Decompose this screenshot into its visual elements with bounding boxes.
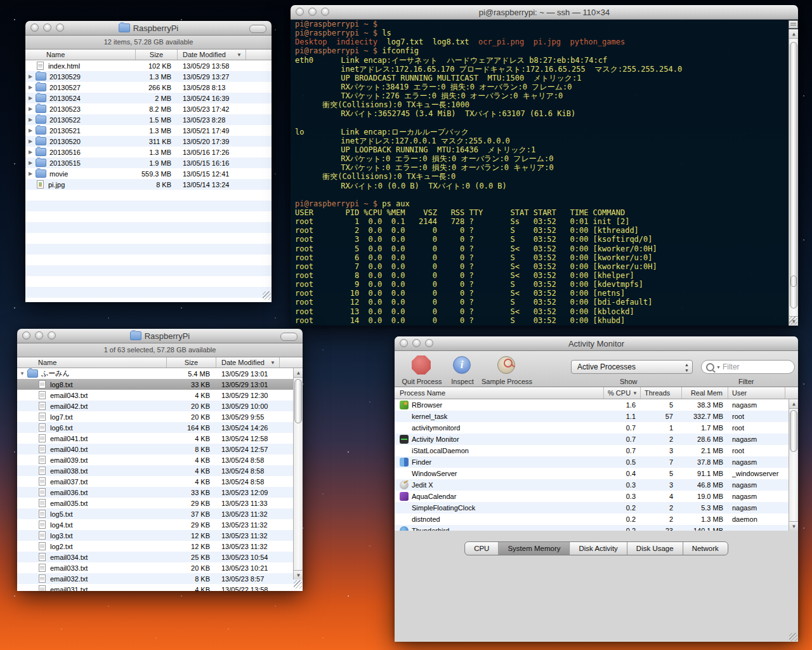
scroll-down-button[interactable]: ▼: [294, 570, 303, 580]
column-header-date-modified[interactable]: Date Modified▼: [216, 357, 280, 368]
disclosure-triangle-icon[interactable]: ▶: [25, 138, 36, 144]
resize-grip[interactable]: [294, 580, 302, 588]
list-item[interactable]: ▶201305161.3 MB13/05/16 17:26: [25, 147, 272, 157]
column-header-name[interactable]: Name: [17, 357, 167, 368]
process-row[interactable]: Jedit X0.3346.8 MBnagasm: [395, 479, 798, 491]
list-item[interactable]: ▶20130527266 KB13/05/28 8:13: [25, 82, 272, 93]
scrollback-marker[interactable]: [790, 275, 797, 287]
process-row[interactable]: RBrowser1.6538.3 MBnagasm: [395, 399, 798, 411]
list-item[interactable]: email038.txt4 KB13/05/24 8:58: [17, 465, 303, 476]
zoom-button[interactable]: [425, 339, 433, 347]
resize-grip[interactable]: [263, 291, 271, 300]
toolbar-toggle-pill[interactable]: [280, 333, 298, 341]
list-item[interactable]: email043.txt4 KB13/05/29 12:30: [17, 390, 303, 401]
list-item[interactable]: ▶201305238.2 MB13/05/23 17:42: [25, 103, 272, 114]
column-header-threads[interactable]: Threads: [641, 387, 682, 399]
close-button[interactable]: [296, 8, 304, 16]
column-header-size[interactable]: Size: [136, 50, 178, 60]
scroll-up-button[interactable]: ▲: [294, 368, 303, 378]
terminal-content[interactable]: pi@raspberrypi ~ $pi@raspberrypi ~ $ lsD…: [291, 20, 798, 326]
column-header-real-mem[interactable]: Real Mem: [682, 387, 728, 399]
minimize-button[interactable]: [35, 331, 43, 340]
tab-cpu[interactable]: CPU: [465, 542, 499, 555]
list-item[interactable]: ▶20130520311 KB13/05/20 17:39: [25, 136, 272, 147]
process-row[interactable]: kernel_task1.157332.7 MBroot: [395, 411, 798, 422]
list-item[interactable]: ▶201305211.3 MB13/05/21 17:49: [25, 125, 272, 136]
list-item[interactable]: email032.txt8 KB13/05/23 8:57: [17, 573, 303, 584]
disclosure-triangle-icon[interactable]: ▶: [25, 160, 36, 166]
scrollbar-thumb[interactable]: [294, 379, 302, 423]
list-item[interactable]: log8.txt33 KB13/05/29 13:01: [17, 379, 303, 390]
column-header-process-name[interactable]: Process Name: [395, 387, 604, 399]
disclosure-triangle-icon[interactable]: ▼: [17, 371, 27, 376]
scrollbar-thumb[interactable]: [790, 42, 797, 308]
column-header-cpu[interactable]: % CPU▼: [604, 387, 641, 399]
list-item[interactable]: log6.txt164 KB13/05/24 14:26: [17, 422, 303, 433]
scroll-down-button[interactable]: ▼: [789, 521, 798, 531]
process-row[interactable]: AquaCalendar0.3419.0 MBnagasm: [395, 491, 798, 502]
list-item[interactable]: email037.txt4 KB13/05/24 8:58: [17, 476, 303, 487]
toolbar-toggle-pill[interactable]: [249, 25, 266, 33]
list-item[interactable]: log7.txt20 KB13/05/29 9:55: [17, 411, 303, 422]
column-header-size[interactable]: Size: [167, 357, 216, 368]
close-button[interactable]: [400, 339, 408, 347]
disclosure-triangle-icon[interactable]: ▶: [25, 95, 36, 101]
column-header-user[interactable]: User: [728, 387, 785, 399]
disclosure-triangle-icon[interactable]: ▶: [25, 149, 36, 155]
minimize-button[interactable]: [412, 339, 421, 347]
list-item[interactable]: log2.txt12 KB13/05/23 11:32: [17, 541, 303, 552]
disclosure-triangle-icon[interactable]: ▶: [25, 74, 36, 79]
list-item[interactable]: log3.txt12 KB13/05/23 11:32: [17, 530, 303, 541]
process-row[interactable]: WindowServer0.4591.1 MB_windowserver: [395, 468, 798, 479]
disclosure-triangle-icon[interactable]: ▶: [25, 84, 36, 90]
split-pane-button[interactable]: [789, 20, 798, 29]
minimize-button[interactable]: [43, 23, 51, 32]
column-header-name[interactable]: Name: [25, 50, 136, 60]
resize-grip[interactable]: [789, 633, 797, 641]
sample-process-button[interactable]: Sample Process: [480, 378, 534, 385]
zoom-button[interactable]: [56, 23, 64, 32]
inspect-icon[interactable]: i: [453, 356, 471, 374]
list-item[interactable]: log5.txt37 KB13/05/23 11:32: [17, 508, 303, 519]
resize-grip[interactable]: [789, 316, 797, 324]
titlebar[interactable]: RaspberryPi: [17, 329, 303, 343]
scroll-up-button[interactable]: ▲: [789, 29, 798, 39]
list-item[interactable]: ▶201305291.3 MB13/05/29 13:27: [25, 71, 272, 82]
list-item[interactable]: ▶movie559.3 MB13/05/15 12:41: [25, 168, 272, 179]
disclosure-triangle-icon[interactable]: ▶: [25, 117, 36, 123]
list-item[interactable]: log4.txt29 KB13/05/23 11:32: [17, 519, 303, 530]
column-header-date-modified[interactable]: Date Modified▼: [178, 50, 246, 60]
disclosure-triangle-icon[interactable]: ▶: [25, 171, 36, 176]
list-item[interactable]: email041.txt4 KB13/05/24 12:58: [17, 433, 303, 444]
tab-network[interactable]: Network: [683, 542, 728, 555]
process-row[interactable]: Finder0.5737.8 MBnagasm: [395, 456, 798, 468]
minimize-button[interactable]: [308, 8, 317, 16]
scroll-up-button[interactable]: ▲: [789, 399, 798, 409]
titlebar[interactable]: RaspberryPi: [25, 21, 272, 36]
close-button[interactable]: [22, 331, 30, 340]
tab-disk-activity[interactable]: Disk Activity: [570, 542, 627, 555]
tab-disk-usage[interactable]: Disk Usage: [627, 542, 683, 555]
list-item[interactable]: email035.txt29 KB13/05/23 11:33: [17, 498, 303, 508]
list-item[interactable]: email040.txt8 KB13/05/24 12:57: [17, 444, 303, 454]
zoom-button[interactable]: [48, 331, 56, 340]
quit-process-button[interactable]: Quit Process: [400, 378, 444, 385]
zoom-button[interactable]: [321, 8, 329, 16]
titlebar[interactable]: pi@raspberrypi: ~ — ssh — 110×34: [291, 5, 798, 20]
tab-system-memory[interactable]: System Memory: [499, 542, 570, 555]
process-row[interactable]: Activity Monitor0.7228.6 MBnagasm: [395, 434, 798, 445]
list-item[interactable]: ▶201305242 MB13/05/24 16:39: [25, 93, 272, 103]
close-button[interactable]: [30, 23, 39, 32]
process-row[interactable]: SimpleFloatingClock0.225.3 MBnagasm: [395, 502, 798, 514]
process-row[interactable]: distnoted0.221.3 MBdaemon: [395, 514, 798, 525]
process-row[interactable]: activitymonitord0.711.7 MBroot: [395, 422, 798, 434]
sample-process-icon[interactable]: [497, 356, 515, 374]
disclosure-triangle-icon[interactable]: ▶: [25, 128, 36, 133]
list-item[interactable]: email042.txt20 KB13/05/29 10:00: [17, 401, 303, 411]
list-item[interactable]: pi.jpg8 KB13/05/14 13:24: [25, 179, 272, 190]
process-row[interactable]: iStatLocalDaemon0.732.1 MBroot: [395, 445, 798, 456]
list-item[interactable]: ▶201305151.9 MB13/05/15 16:16: [25, 157, 272, 168]
list-item[interactable]: email033.txt20 KB13/05/23 10:21: [17, 562, 303, 573]
list-item[interactable]: ▶201305221.5 MB13/05/23 8:28: [25, 114, 272, 125]
list-item[interactable]: email039.txt4 KB13/05/24 8:58: [17, 454, 303, 465]
